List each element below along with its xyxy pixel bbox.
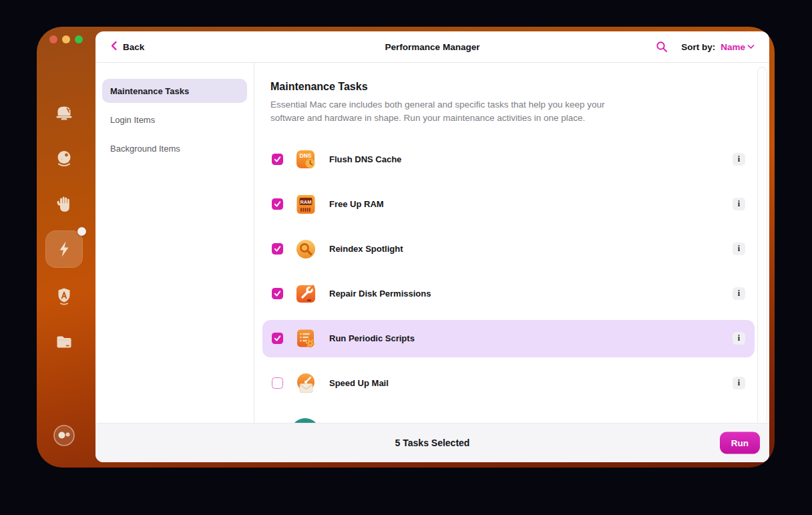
monitor-icon[interactable] [52,100,76,124]
card-body: Maintenance TasksLogin ItemsBackground I… [95,63,769,423]
info-button[interactable]: i [733,332,745,345]
checkbox-checked[interactable] [272,154,283,165]
mail-speedometer-icon [294,372,317,395]
minimize-button[interactable] [62,35,70,43]
assistant-face-icon[interactable] [52,423,76,448]
back-label: Back [123,42,144,52]
disk-wrench-icon [294,283,317,305]
chevron-down-icon [747,44,755,49]
selection-status: 5 Tasks Selected [95,438,769,448]
checkbox-checked[interactable] [272,198,283,210]
header-actions: Sort by: Name [656,41,755,53]
main-panel: Maintenance Tasks Essential Mac care inc… [254,63,769,423]
sidebar-item-background-items[interactable]: Background Items [102,136,247,160]
info-button[interactable]: i [733,198,745,210]
info-button[interactable]: i [733,377,745,389]
scrollbar[interactable] [757,67,767,425]
spotlight-search-icon [294,238,317,261]
task-label: Free Up RAM [329,199,384,209]
checkbox-checked[interactable] [272,333,283,344]
periodic-scripts-icon [294,327,317,350]
info-button[interactable]: i [733,153,745,166]
svg-text:RAM: RAM [300,198,311,204]
task-label: Speed Up Mail [329,378,389,388]
run-button[interactable]: Run [720,432,760,454]
checkbox-checked[interactable] [272,288,283,299]
hand-icon[interactable] [52,192,76,216]
info-button[interactable]: i [733,242,745,255]
sort-value: Name [721,42,745,52]
chevron-left-icon [110,41,118,53]
svg-text:DNS: DNS [300,152,312,159]
sort-dropdown[interactable]: Name [721,42,755,52]
task-label: Reindex Spotlight [329,244,403,254]
ball-icon[interactable] [52,146,76,170]
task-row-free-up-ram[interactable]: RAMFree Up RAMi [262,186,755,223]
dock-item-active[interactable] [45,230,83,268]
task-row-reindex-spotlight[interactable]: Reindex Spotlighti [262,230,755,268]
checkbox-checked[interactable] [272,243,283,254]
app-badge-icon[interactable] [52,284,76,308]
window-controls [49,35,83,43]
folder-icon[interactable] [52,329,76,353]
section-title: Maintenance Tasks [270,81,769,93]
checkbox-unchecked[interactable] [272,377,283,389]
ram-icon: RAM [294,193,317,216]
zoom-button[interactable] [75,35,83,43]
task-row-run-periodic-scripts[interactable]: Run Periodic Scriptsi [262,320,755,357]
sidebar-item-maintenance-tasks[interactable]: Maintenance Tasks [102,79,247,103]
close-button[interactable] [49,35,57,43]
content-card: Back Performance Manager Sort by: Name M… [95,31,769,462]
inner-sidebar: Maintenance TasksLogin ItemsBackground I… [95,63,254,423]
task-label: Run Periodic Scripts [329,333,415,343]
task-label: Flush DNS Cache [329,154,401,164]
task-label: Repair Disk Permissions [329,289,431,299]
sort-by-label: Sort by: [681,42,715,52]
info-button[interactable]: i [733,287,745,300]
back-button[interactable]: Back [110,41,144,53]
search-icon[interactable] [656,41,668,53]
top-bar: Back Performance Manager Sort by: Name [95,31,769,63]
task-row-flush-dns-cache[interactable]: DNSFlush DNS Cachei [262,141,755,178]
sidebar-item-login-items[interactable]: Login Items [102,108,247,132]
lightning-icon[interactable] [52,237,76,261]
section-description: Essential Mac care includes both general… [270,98,618,126]
notification-dot [77,227,86,236]
app-window: Back Performance Manager Sort by: Name M… [37,27,775,468]
task-row-speed-up-mail[interactable]: Speed Up Maili [262,365,755,402]
footer-bar: 5 Tasks Selected Run [95,423,769,462]
task-list: DNSFlush DNS CacheiRAMFree Up RAMiReinde… [262,141,769,402]
dns-cache-icon: DNS [294,148,317,171]
task-row-repair-disk-permissions[interactable]: Repair Disk Permissionsi [262,275,755,313]
